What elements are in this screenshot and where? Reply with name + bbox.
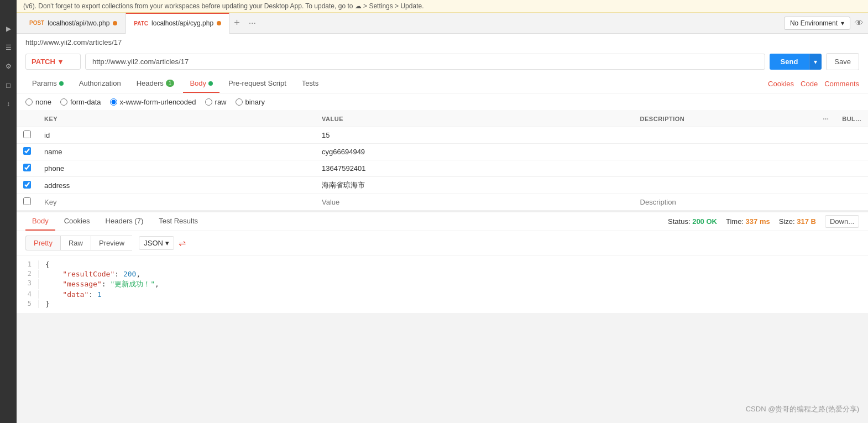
url-input[interactable] [85,54,765,70]
row-address-checkbox-cell[interactable] [17,177,38,194]
sidebar-icon-3[interactable]: ⚙ [2,60,15,73]
tab-body[interactable]: Body [183,75,219,93]
row-phone-checkbox[interactable] [23,164,31,171]
row-id-actions [811,127,835,144]
response-section: Body Cookies Headers (7) Test Results St… [17,211,868,313]
body-type-row: none form-data x-www-form-urlencoded raw… [17,93,868,111]
download-button[interactable]: Down... [825,215,859,228]
placeholder-key-input[interactable] [44,198,308,206]
code-link[interactable]: Code [801,80,818,88]
res-tab-cookies[interactable]: Cookies [57,212,97,231]
request-tabs: Params Authorization Headers 1 Body Pre-… [17,75,868,93]
url-breadcrumb: http://www.yii2.com/articles/17 [17,34,868,49]
sidebar-icon-5[interactable]: ↕ [2,97,15,111]
body-type-binary[interactable]: binary [236,98,265,106]
wrap-icon[interactable]: ⇌ [179,238,186,248]
col-value-header: VALUE [315,111,634,127]
cookies-link[interactable]: Cookies [768,80,794,88]
json-key-data: "data" [62,290,88,299]
tab-body-label: Body [190,79,206,87]
json-val-message: "更新成功！" [110,280,155,288]
tab-authorization-label: Authorization [79,79,121,87]
placeholder-checkbox[interactable] [23,197,31,205]
placeholder-desc-input[interactable] [640,198,804,206]
table-header-row: KEY VALUE DESCRIPTION ··· Bul... [17,111,868,127]
row-name-checkbox[interactable] [23,147,31,155]
tab-params[interactable]: Params [25,75,70,93]
res-tab-body[interactable]: Body [25,212,55,231]
row-name-actions [811,144,835,160]
env-select-chevron: ▾ [841,19,844,27]
tab-more-button[interactable]: ··· [244,18,260,28]
banner-text: (v6). Don't forget to export collections… [23,2,423,10]
sidebar-icon-4[interactable]: ◻ [2,79,15,92]
placeholder-key-cell[interactable] [38,194,315,211]
send-button[interactable]: Send [770,54,809,70]
sidebar-icon-2[interactable]: ☰ [2,41,15,54]
method-chevron: ▾ [59,58,62,66]
code-view: 1 { 2 "resultCode": 200, 3 "message": "更… [17,255,868,313]
row-address-key: address [38,177,315,194]
table-placeholder-row [17,194,868,211]
tab-post-dot [113,21,117,25]
json-key-message: "message" [62,280,101,288]
res-view-tab-raw[interactable]: Raw [60,236,91,250]
row-address-checkbox[interactable] [23,181,31,189]
code-line-3: 3 "message": "更新成功！", [17,279,868,290]
tab-prerequest[interactable]: Pre-request Script [222,75,293,93]
format-label: JSON [144,239,163,247]
res-tab-headers[interactable]: Headers (7) [99,212,150,231]
environment-select[interactable]: No Environment ▾ [784,17,850,30]
tab-add-button[interactable]: + [229,17,244,29]
tab-post[interactable]: POST localhost/api/two.php [21,13,126,34]
status-size: 317 B [797,217,816,226]
tab-patch[interactable]: PATC localhost/api/cyg.php [126,13,229,34]
res-view-tab-preview[interactable]: Preview [91,236,132,250]
line-num-4: 4 [17,290,39,299]
res-view-preview-label: Preview [99,239,124,247]
comments-link[interactable]: Comments [824,80,859,88]
body-type-raw[interactable]: raw [205,98,227,106]
row-id-checkbox-cell[interactable] [17,127,38,144]
tab-patch-method: PATC [134,20,148,27]
sidebar-icon-1[interactable]: ▶ [2,22,15,35]
row-name-checkbox-cell[interactable] [17,144,38,160]
res-view-tab-pretty[interactable]: Pretty [25,236,60,250]
tab-tests-label: Tests [302,79,318,87]
params-table: KEY VALUE DESCRIPTION ··· Bul... id 15 [17,111,868,211]
eye-icon[interactable]: 👁 [855,18,864,28]
placeholder-actions [811,194,835,211]
tab-headers-label: Headers [137,79,164,87]
tab-bar: POST localhost/api/two.php PATC localhos… [17,13,868,34]
body-type-none[interactable]: none [25,98,51,106]
row-name-value: cyg66694949 [315,144,634,160]
save-button[interactable]: Save [826,53,859,70]
placeholder-value-input[interactable] [322,198,627,206]
body-type-formdata[interactable]: form-data [60,98,101,106]
params-dot [59,81,64,86]
tab-tests[interactable]: Tests [295,75,325,93]
res-view-pretty-label: Pretty [34,239,53,247]
placeholder-checkbox-cell[interactable] [17,194,38,211]
placeholder-value-cell[interactable] [315,194,634,211]
row-id-checkbox[interactable] [23,130,31,138]
code-line-4: 4 "data": 1 [17,290,868,299]
res-tab-body-label: Body [32,217,49,225]
tab-headers[interactable]: Headers 1 [130,75,181,93]
format-select[interactable]: JSON ▾ [139,236,174,250]
table-row: name cyg66694949 [17,144,868,160]
body-type-urlencoded[interactable]: x-www-form-urlencoded [110,98,196,106]
col-desc-header: DESCRIPTION [634,111,811,127]
row-phone-key: phone [38,160,315,177]
row-phone-description [634,160,811,177]
method-select[interactable]: PATCH ▾ [25,54,81,70]
row-phone-value: 13647592401 [315,160,634,177]
row-phone-checkbox-cell[interactable] [17,160,38,177]
res-tab-testresults[interactable]: Test Results [152,212,205,231]
res-tab-headers-label: Headers (7) [106,217,144,225]
tab-authorization[interactable]: Authorization [72,75,128,93]
env-select-label: No Environment [790,19,838,27]
send-dropdown-button[interactable]: ▾ [809,54,822,70]
tab-patch-url: localhost/api/cyg.php [151,19,213,27]
placeholder-desc-cell[interactable] [634,194,811,211]
